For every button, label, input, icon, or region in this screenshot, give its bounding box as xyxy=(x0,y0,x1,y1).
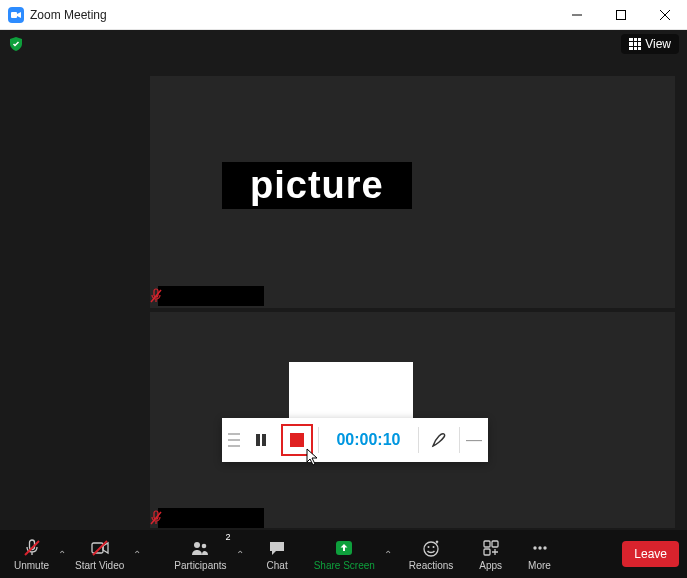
minimize-toolbar-button[interactable]: — xyxy=(460,418,488,462)
participants-button[interactable]: Participants 2 xyxy=(168,530,232,578)
chat-button[interactable]: Chat xyxy=(261,530,294,578)
leave-button[interactable]: Leave xyxy=(622,541,679,567)
video-options-caret[interactable]: ⌃ xyxy=(130,530,144,578)
svg-rect-7 xyxy=(262,434,266,446)
unmute-button[interactable]: Unmute xyxy=(8,530,55,578)
self-name-overlay xyxy=(158,508,264,528)
pause-recording-button[interactable] xyxy=(246,418,276,462)
share-screen-label: Share Screen xyxy=(314,560,375,571)
participants-count-badge: 2 xyxy=(226,532,231,542)
share-screen-button[interactable]: Share Screen xyxy=(308,530,381,578)
share-options-caret[interactable]: ⌃ xyxy=(381,530,395,578)
svg-point-21 xyxy=(533,546,536,549)
participant-name-overlay xyxy=(158,286,264,306)
svg-rect-18 xyxy=(484,541,490,547)
drag-handle-icon[interactable] xyxy=(222,418,246,462)
svg-point-13 xyxy=(202,544,207,549)
svg-rect-20 xyxy=(484,549,490,555)
svg-rect-2 xyxy=(617,10,626,19)
recording-toolbar: 00:00:10 — xyxy=(222,418,488,462)
view-label: View xyxy=(645,37,671,51)
recording-time: 00:00:10 xyxy=(319,418,419,462)
meeting-toolbar: Unmute ⌃ Start Video ⌃ Participants 2 ⌃ … xyxy=(0,530,687,578)
window-close-button[interactable] xyxy=(643,0,687,30)
annotate-button[interactable] xyxy=(419,418,459,462)
mouse-cursor-icon xyxy=(306,448,322,468)
chat-label: Chat xyxy=(267,560,288,571)
svg-point-22 xyxy=(538,546,541,549)
more-label: More xyxy=(528,560,551,571)
view-button[interactable]: View xyxy=(621,34,679,54)
grid-icon xyxy=(629,38,641,50)
window-maximize-button[interactable] xyxy=(599,0,643,30)
encryption-shield-icon[interactable] xyxy=(8,36,24,52)
svg-point-16 xyxy=(428,546,430,548)
svg-point-12 xyxy=(194,542,200,548)
window-minimize-button[interactable] xyxy=(555,0,599,30)
window-titlebar: Zoom Meeting xyxy=(0,0,687,30)
svg-rect-6 xyxy=(256,434,260,446)
participants-label: Participants xyxy=(174,560,226,571)
zoom-icon xyxy=(8,7,24,23)
start-video-button[interactable]: Start Video xyxy=(69,530,130,578)
reactions-label: Reactions xyxy=(409,560,453,571)
svg-point-17 xyxy=(433,546,435,548)
reactions-button[interactable]: Reactions xyxy=(403,530,459,578)
apps-label: Apps xyxy=(479,560,502,571)
participant-label: picture xyxy=(222,162,412,209)
participants-options-caret[interactable]: ⌃ xyxy=(233,530,247,578)
unmute-label: Unmute xyxy=(14,560,49,571)
muted-mic-icon xyxy=(150,510,162,526)
svg-rect-19 xyxy=(492,541,498,547)
audio-options-caret[interactable]: ⌃ xyxy=(55,530,69,578)
svg-point-15 xyxy=(424,542,438,556)
svg-rect-0 xyxy=(11,12,17,18)
meeting-topbar: View xyxy=(0,30,687,58)
start-video-label: Start Video xyxy=(75,560,124,571)
window-title: Zoom Meeting xyxy=(30,8,555,22)
more-button[interactable]: More xyxy=(522,530,557,578)
apps-button[interactable]: Apps xyxy=(473,530,508,578)
meeting-area: View picture pic 00:00:10 — xyxy=(0,30,687,530)
muted-mic-icon xyxy=(150,288,162,304)
svg-point-23 xyxy=(543,546,546,549)
